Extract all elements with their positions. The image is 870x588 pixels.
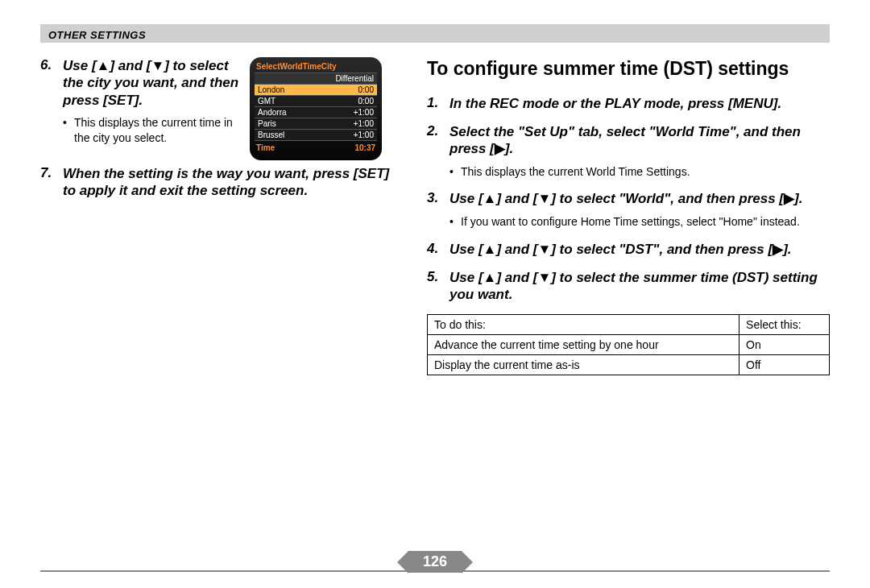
down-triangle-icon: ▼ <box>537 269 551 286</box>
page-number: 126 <box>408 551 462 573</box>
step-3-text: Use [▲] and [▼] to select "World", and t… <box>450 191 802 206</box>
right-triangle-icon: ▶ <box>495 140 505 157</box>
table-header: To do this: <box>428 315 740 335</box>
step-number: 1. <box>427 95 450 111</box>
right-column: To configure summer time (DST) settings … <box>427 57 830 375</box>
step-2-text: Select the "Set Up" tab, select "World T… <box>450 124 801 156</box>
down-triangle-icon: ▼ <box>537 190 551 207</box>
up-triangle-icon: ▲ <box>483 190 497 207</box>
camera-row: Andorra+1:00 <box>255 107 377 118</box>
section-header: OTHER SETTINGS <box>48 29 146 41</box>
content-columns: SelectWorldTimeCity Differential London0… <box>40 57 830 375</box>
down-triangle-icon: ▼ <box>151 57 164 74</box>
step-4-text: Use [▲] and [▼] to select "DST", and the… <box>450 242 792 257</box>
up-triangle-icon: ▲ <box>483 269 497 286</box>
table-header: Select this: <box>740 315 830 335</box>
step-7-block: 7. When the setting is the way you want,… <box>40 165 395 200</box>
step-6-text: Use [▲] and [▼] to select the city you w… <box>63 58 238 108</box>
camera-row: Paris+1:00 <box>255 118 377 130</box>
step-1-text: In the REC mode or the PLAY mode, press … <box>450 96 781 111</box>
step-5-text: Use [▲] and [▼] to select the summer tim… <box>450 270 818 302</box>
down-triangle-icon: ▼ <box>537 241 551 258</box>
camera-row: Brussel+1:00 <box>255 130 377 141</box>
step-number: 2. <box>427 123 450 139</box>
step-number: 6. <box>40 57 63 73</box>
table-row: Advance the current time setting by one … <box>428 335 830 355</box>
dst-table: To do this: Select this: Advance the cur… <box>427 314 830 375</box>
page-footer: 126 <box>40 570 830 572</box>
step-number: 4. <box>427 241 450 257</box>
up-triangle-icon: ▲ <box>97 57 110 74</box>
camera-row: London0:00 <box>255 85 377 96</box>
manual-page: OTHER SETTINGS SelectWorldTimeCity Diffe… <box>0 0 870 588</box>
step-number: 5. <box>427 269 450 285</box>
camera-header: Differential <box>255 72 377 85</box>
step-2-bullet: This displays the current World Time Set… <box>450 164 830 180</box>
dst-section-title: To configure summer time (DST) settings <box>427 57 830 81</box>
up-triangle-icon: ▲ <box>483 241 497 258</box>
right-triangle-icon: ▶ <box>784 190 794 207</box>
step-number: 7. <box>40 165 63 181</box>
camera-footer-label: Time <box>256 143 275 152</box>
table-row: To do this: Select this: <box>428 315 830 335</box>
table-row: Display the current time as-is Off <box>428 355 830 375</box>
camera-footer-value: 10:37 <box>354 143 375 152</box>
step-7-text: When the setting is the way you want, pr… <box>63 166 389 198</box>
camera-row: GMT0:00 <box>255 96 377 107</box>
step-3-bullet: If you want to configure Home Time setti… <box>450 214 830 230</box>
right-triangle-icon: ▶ <box>773 241 783 258</box>
step-6-block: SelectWorldTimeCity Differential London0… <box>40 57 395 165</box>
step-6-bullet: This displays the current time in the ci… <box>63 115 240 146</box>
section-header-bar: OTHER SETTINGS <box>40 24 830 43</box>
camera-title: SelectWorldTimeCity <box>256 62 337 71</box>
left-column: SelectWorldTimeCity Differential London0… <box>40 57 395 375</box>
step-number: 3. <box>427 190 450 206</box>
camera-screenshot: SelectWorldTimeCity Differential London0… <box>250 57 395 160</box>
